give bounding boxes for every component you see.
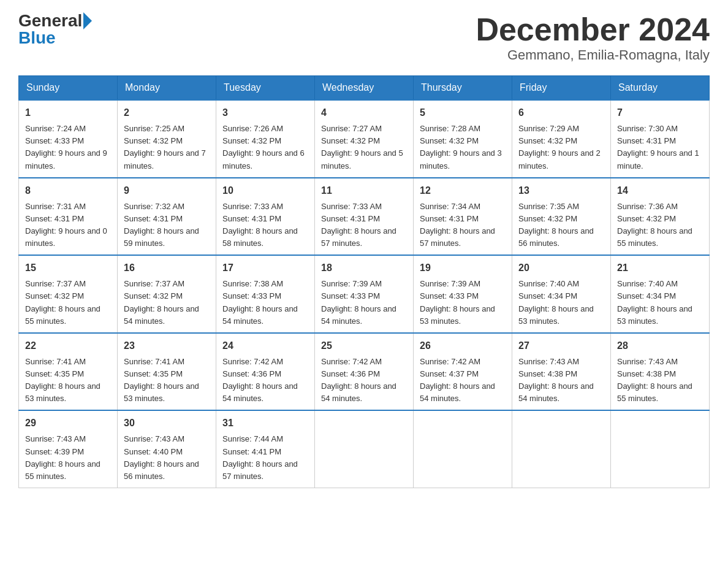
day-info: Sunrise: 7:43 AMSunset: 4:39 PMDaylight:… [25, 433, 111, 483]
calendar-week-3: 15Sunrise: 7:37 AMSunset: 4:32 PMDayligh… [19, 255, 710, 333]
calendar-cell: 15Sunrise: 7:37 AMSunset: 4:32 PMDayligh… [19, 255, 118, 333]
calendar-cell: 31Sunrise: 7:44 AMSunset: 4:41 PMDayligh… [216, 410, 315, 488]
day-number: 22 [25, 339, 111, 353]
calendar-cell: 2Sunrise: 7:25 AMSunset: 4:32 PMDaylight… [118, 100, 216, 178]
day-number: 1 [25, 105, 111, 120]
day-number: 6 [518, 105, 604, 120]
day-number: 26 [420, 339, 506, 353]
calendar-cell: 28Sunrise: 7:43 AMSunset: 4:38 PMDayligh… [611, 333, 710, 411]
day-info: Sunrise: 7:38 AMSunset: 4:33 PMDaylight:… [222, 278, 308, 327]
day-number: 14 [617, 183, 703, 198]
day-number: 18 [321, 261, 407, 275]
day-info: Sunrise: 7:29 AMSunset: 4:32 PMDaylight:… [518, 123, 604, 172]
day-number: 30 [124, 416, 210, 431]
calendar-cell: 8Sunrise: 7:31 AMSunset: 4:31 PMDaylight… [19, 178, 118, 256]
day-number: 25 [321, 339, 407, 353]
logo-blue-text: Blue [18, 29, 56, 47]
calendar-cell: 18Sunrise: 7:39 AMSunset: 4:33 PMDayligh… [315, 255, 414, 333]
calendar-cell: 22Sunrise: 7:41 AMSunset: 4:35 PMDayligh… [19, 333, 118, 411]
day-number: 16 [124, 261, 210, 275]
logo-arrow-icon [83, 12, 92, 29]
calendar-header-saturday: Saturday [611, 76, 710, 101]
calendar-cell: 12Sunrise: 7:34 AMSunset: 4:31 PMDayligh… [414, 178, 512, 256]
day-number: 31 [222, 416, 308, 431]
calendar-cell: 5Sunrise: 7:28 AMSunset: 4:32 PMDaylight… [414, 100, 512, 178]
calendar-cell: 20Sunrise: 7:40 AMSunset: 4:34 PMDayligh… [512, 255, 611, 333]
day-info: Sunrise: 7:30 AMSunset: 4:31 PMDaylight:… [617, 123, 703, 172]
calendar-header-thursday: Thursday [414, 76, 512, 101]
calendar-header-friday: Friday [512, 76, 611, 101]
calendar-cell: 14Sunrise: 7:36 AMSunset: 4:32 PMDayligh… [611, 178, 710, 256]
day-info: Sunrise: 7:34 AMSunset: 4:31 PMDaylight:… [420, 201, 506, 250]
day-info: Sunrise: 7:33 AMSunset: 4:31 PMDaylight:… [222, 201, 308, 250]
calendar-cell: 3Sunrise: 7:26 AMSunset: 4:32 PMDaylight… [216, 100, 315, 178]
day-number: 12 [420, 183, 506, 198]
day-info: Sunrise: 7:32 AMSunset: 4:31 PMDaylight:… [124, 201, 210, 250]
day-info: Sunrise: 7:42 AMSunset: 4:36 PMDaylight:… [321, 356, 407, 405]
calendar-cell: 30Sunrise: 7:43 AMSunset: 4:40 PMDayligh… [118, 410, 216, 488]
day-number: 19 [420, 261, 506, 275]
day-info: Sunrise: 7:36 AMSunset: 4:32 PMDaylight:… [617, 201, 703, 250]
calendar-header-row: SundayMondayTuesdayWednesdayThursdayFrid… [19, 76, 710, 101]
day-info: Sunrise: 7:43 AMSunset: 4:38 PMDaylight:… [617, 356, 703, 405]
calendar-table: SundayMondayTuesdayWednesdayThursdayFrid… [18, 75, 710, 488]
calendar-cell: 17Sunrise: 7:38 AMSunset: 4:33 PMDayligh… [216, 255, 315, 333]
calendar-cell: 6Sunrise: 7:29 AMSunset: 4:32 PMDaylight… [512, 100, 611, 178]
day-info: Sunrise: 7:42 AMSunset: 4:37 PMDaylight:… [420, 356, 506, 405]
day-number: 15 [25, 261, 111, 275]
calendar-cell: 19Sunrise: 7:39 AMSunset: 4:33 PMDayligh… [414, 255, 512, 333]
calendar-cell: 25Sunrise: 7:42 AMSunset: 4:36 PMDayligh… [315, 333, 414, 411]
day-number: 9 [124, 183, 210, 198]
day-info: Sunrise: 7:31 AMSunset: 4:31 PMDaylight:… [25, 201, 111, 250]
day-info: Sunrise: 7:37 AMSunset: 4:32 PMDaylight:… [124, 278, 210, 327]
day-info: Sunrise: 7:25 AMSunset: 4:32 PMDaylight:… [124, 123, 210, 172]
calendar-title: December 2024 [476, 12, 710, 47]
day-number: 28 [617, 339, 703, 353]
day-number: 8 [25, 183, 111, 198]
day-info: Sunrise: 7:24 AMSunset: 4:33 PMDaylight:… [25, 123, 111, 172]
calendar-cell: 13Sunrise: 7:35 AMSunset: 4:32 PMDayligh… [512, 178, 611, 256]
calendar-week-5: 29Sunrise: 7:43 AMSunset: 4:39 PMDayligh… [19, 410, 710, 488]
calendar-week-1: 1Sunrise: 7:24 AMSunset: 4:33 PMDaylight… [19, 100, 710, 178]
day-number: 7 [617, 105, 703, 120]
day-number: 23 [124, 339, 210, 353]
day-info: Sunrise: 7:42 AMSunset: 4:36 PMDaylight:… [222, 356, 308, 405]
day-number: 10 [222, 183, 308, 198]
calendar-header-monday: Monday [118, 76, 216, 101]
logo: General Blue [18, 12, 92, 47]
day-info: Sunrise: 7:26 AMSunset: 4:32 PMDaylight:… [222, 123, 308, 172]
day-number: 27 [518, 339, 604, 353]
calendar-header-sunday: Sunday [19, 76, 118, 101]
calendar-header-wednesday: Wednesday [315, 76, 414, 101]
day-number: 24 [222, 339, 308, 353]
calendar-cell [512, 410, 611, 488]
calendar-cell: 21Sunrise: 7:40 AMSunset: 4:34 PMDayligh… [611, 255, 710, 333]
calendar-cell: 24Sunrise: 7:42 AMSunset: 4:36 PMDayligh… [216, 333, 315, 411]
calendar-cell: 29Sunrise: 7:43 AMSunset: 4:39 PMDayligh… [19, 410, 118, 488]
calendar-cell: 11Sunrise: 7:33 AMSunset: 4:31 PMDayligh… [315, 178, 414, 256]
day-info: Sunrise: 7:43 AMSunset: 4:38 PMDaylight:… [518, 356, 604, 405]
day-info: Sunrise: 7:40 AMSunset: 4:34 PMDaylight:… [617, 278, 703, 327]
day-number: 2 [124, 105, 210, 120]
day-number: 3 [222, 105, 308, 120]
calendar-cell: 1Sunrise: 7:24 AMSunset: 4:33 PMDaylight… [19, 100, 118, 178]
calendar-cell: 26Sunrise: 7:42 AMSunset: 4:37 PMDayligh… [414, 333, 512, 411]
day-number: 21 [617, 261, 703, 275]
day-info: Sunrise: 7:37 AMSunset: 4:32 PMDaylight:… [25, 278, 111, 327]
calendar-cell [315, 410, 414, 488]
calendar-header-tuesday: Tuesday [216, 76, 315, 101]
calendar-cell: 23Sunrise: 7:41 AMSunset: 4:35 PMDayligh… [118, 333, 216, 411]
calendar-cell: 4Sunrise: 7:27 AMSunset: 4:32 PMDaylight… [315, 100, 414, 178]
day-info: Sunrise: 7:43 AMSunset: 4:40 PMDaylight:… [124, 433, 210, 483]
calendar-cell: 9Sunrise: 7:32 AMSunset: 4:31 PMDaylight… [118, 178, 216, 256]
day-info: Sunrise: 7:39 AMSunset: 4:33 PMDaylight:… [420, 278, 506, 327]
day-number: 11 [321, 183, 407, 198]
calendar-cell [611, 410, 710, 488]
calendar-cell: 16Sunrise: 7:37 AMSunset: 4:32 PMDayligh… [118, 255, 216, 333]
calendar-cell: 27Sunrise: 7:43 AMSunset: 4:38 PMDayligh… [512, 333, 611, 411]
title-section: December 2024 Gemmano, Emilia-Romagna, I… [476, 12, 710, 63]
day-info: Sunrise: 7:39 AMSunset: 4:33 PMDaylight:… [321, 278, 407, 327]
day-info: Sunrise: 7:28 AMSunset: 4:32 PMDaylight:… [420, 123, 506, 172]
day-info: Sunrise: 7:33 AMSunset: 4:31 PMDaylight:… [321, 201, 407, 250]
day-number: 17 [222, 261, 308, 275]
